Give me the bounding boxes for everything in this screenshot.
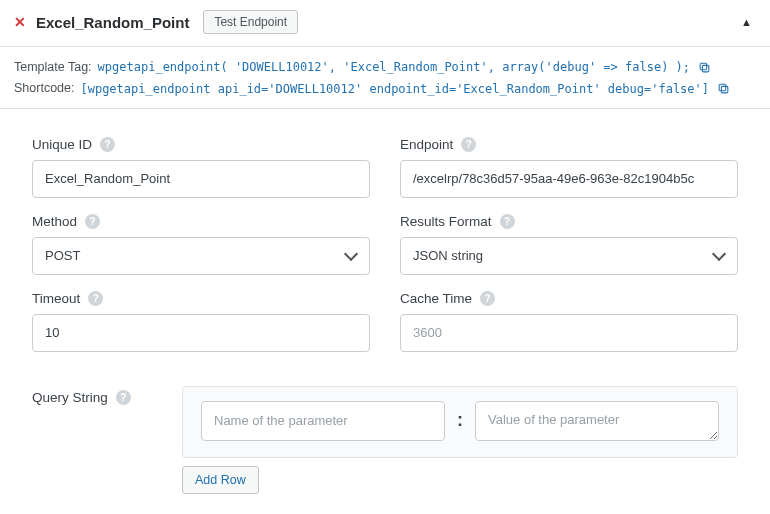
query-string-section: Query String ? : Add Row xyxy=(32,386,738,494)
help-icon[interactable]: ? xyxy=(480,291,495,306)
field-endpoint: Endpoint ? xyxy=(400,137,738,198)
code-snippets: Template Tag: wpgetapi_endpoint( 'DOWELL… xyxy=(0,47,770,108)
endpoint-title: Excel_Random_Point xyxy=(36,14,189,31)
cache-time-input[interactable] xyxy=(400,314,738,352)
unique-id-label: Unique ID xyxy=(32,137,92,152)
template-tag-label: Template Tag: xyxy=(14,57,92,78)
collapse-icon[interactable]: ▲ xyxy=(741,16,752,28)
help-icon[interactable]: ? xyxy=(500,214,515,229)
timeout-label: Timeout xyxy=(32,291,80,306)
field-results-format: Results Format ? JSON string xyxy=(400,214,738,275)
add-row-button[interactable]: Add Row xyxy=(182,466,259,494)
unique-id-input[interactable] xyxy=(32,160,370,198)
svg-rect-0 xyxy=(702,65,709,72)
copy-icon[interactable] xyxy=(717,82,730,95)
colon-separator: : xyxy=(457,410,463,431)
template-tag-code: wpgetapi_endpoint( 'DOWELL10012', 'Excel… xyxy=(98,57,690,77)
endpoint-header: ✕ Excel_Random_Point Test Endpoint ▲ xyxy=(0,0,770,46)
svg-rect-2 xyxy=(721,87,728,94)
results-format-select[interactable]: JSON string xyxy=(400,237,738,275)
cache-time-label: Cache Time xyxy=(400,291,472,306)
timeout-input[interactable] xyxy=(32,314,370,352)
results-format-label: Results Format xyxy=(400,214,492,229)
copy-icon[interactable] xyxy=(698,61,711,74)
endpoint-input[interactable] xyxy=(400,160,738,198)
shortcode-label: Shortcode: xyxy=(14,78,74,99)
field-unique-id: Unique ID ? xyxy=(32,137,370,198)
query-string-label: Query String xyxy=(32,390,108,405)
help-icon[interactable]: ? xyxy=(85,214,100,229)
shortcode-code: [wpgetapi_endpoint api_id='DOWELL10012' … xyxy=(80,79,709,99)
query-string-row: : xyxy=(182,386,738,458)
help-icon[interactable]: ? xyxy=(461,137,476,152)
method-label: Method xyxy=(32,214,77,229)
field-method: Method ? POST xyxy=(32,214,370,275)
test-endpoint-button[interactable]: Test Endpoint xyxy=(203,10,298,34)
help-icon[interactable]: ? xyxy=(100,137,115,152)
field-cache-time: Cache Time ? xyxy=(400,291,738,352)
endpoint-label: Endpoint xyxy=(400,137,453,152)
help-icon[interactable]: ? xyxy=(116,390,131,405)
param-value-input[interactable] xyxy=(475,401,719,441)
param-name-input[interactable] xyxy=(201,401,445,441)
svg-rect-1 xyxy=(700,63,707,69)
help-icon[interactable]: ? xyxy=(88,291,103,306)
field-timeout: Timeout ? xyxy=(32,291,370,352)
close-icon[interactable]: ✕ xyxy=(14,14,26,30)
method-select[interactable]: POST xyxy=(32,237,370,275)
svg-rect-3 xyxy=(719,85,726,92)
form-area: Unique ID ? Endpoint ? Method ? POST xyxy=(0,109,770,504)
